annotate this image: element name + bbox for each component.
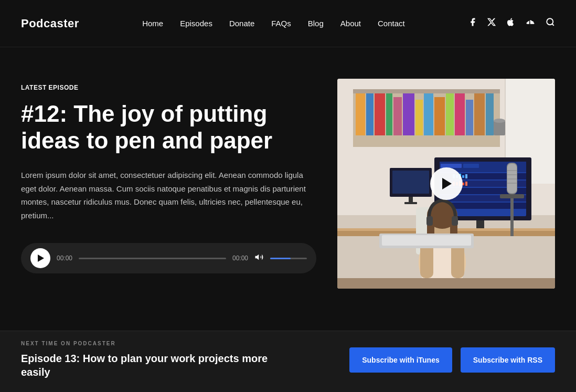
bottom-bar: NEXT TIME ON PODCASTER Episode 13: How t… <box>0 331 576 388</box>
svg-point-0 <box>547 18 553 25</box>
facebook-icon[interactable] <box>468 17 477 29</box>
twitter-x-icon[interactable] <box>487 17 496 29</box>
svg-rect-13 <box>415 100 423 135</box>
svg-rect-20 <box>486 93 494 135</box>
svg-rect-63 <box>382 235 471 246</box>
episode-image-container <box>337 79 555 289</box>
svg-rect-15 <box>434 97 445 135</box>
svg-rect-16 <box>446 93 454 135</box>
svg-rect-10 <box>386 93 392 135</box>
play-icon <box>38 255 44 262</box>
svg-rect-19 <box>474 93 485 135</box>
main-nav: Home Episodes Donate FAQs Blog About Con… <box>142 19 405 28</box>
hero-section: Latest Episode #12: The joy of putting i… <box>0 47 576 331</box>
svg-rect-42 <box>465 182 467 186</box>
episode-title: #12: The joy of putting ideas to pen and… <box>21 101 316 154</box>
svg-rect-7 <box>356 93 365 135</box>
subscribe-rss-button[interactable]: Subscribe with RSS <box>461 347 555 373</box>
episode-description: Lorem ipsum dolor sit amet, consectetuer… <box>21 168 316 222</box>
latest-episode-label: Latest Episode <box>21 84 316 91</box>
nav-about[interactable]: About <box>340 19 361 28</box>
progress-bar[interactable] <box>79 258 226 259</box>
svg-rect-65 <box>500 194 524 198</box>
volume-fill <box>270 258 291 259</box>
nav-episodes[interactable]: Episodes <box>180 19 212 28</box>
nav-blog[interactable]: Blog <box>308 19 324 28</box>
svg-rect-46 <box>392 171 429 194</box>
hero-content: Latest Episode #12: The joy of putting i… <box>21 79 316 273</box>
current-time: 00:00 <box>57 255 72 262</box>
volume-bar[interactable] <box>270 258 307 259</box>
apple-icon[interactable] <box>506 17 515 29</box>
svg-rect-27 <box>463 164 479 168</box>
header: Podcaster Home Episodes Donate FAQs Blog… <box>0 0 576 47</box>
svg-point-22 <box>494 119 505 123</box>
svg-rect-14 <box>424 93 433 135</box>
svg-rect-18 <box>466 100 473 135</box>
subscribe-buttons: Subscribe with iTunes Subscribe with RSS <box>349 347 555 373</box>
svg-rect-9 <box>375 93 385 135</box>
nav-contact[interactable]: Contact <box>378 19 405 28</box>
next-episode-label: NEXT TIME ON PODCASTER <box>21 341 349 346</box>
svg-rect-67 <box>507 164 517 193</box>
svg-rect-59 <box>452 216 458 226</box>
svg-rect-36 <box>462 175 464 178</box>
svg-rect-58 <box>426 216 433 226</box>
svg-rect-41 <box>462 183 464 185</box>
svg-rect-11 <box>393 97 402 135</box>
social-icons <box>468 17 555 29</box>
audio-player: 00:00 00:00 <box>21 243 316 273</box>
video-play-button[interactable] <box>430 167 463 200</box>
total-time: 00:00 <box>232 255 248 262</box>
soundcloud-icon[interactable] <box>525 17 536 29</box>
svg-rect-48 <box>404 202 417 204</box>
svg-rect-6 <box>353 89 500 93</box>
subscribe-itunes-button[interactable]: Subscribe with iTunes <box>349 347 452 373</box>
volume-icon[interactable] <box>254 252 264 264</box>
search-icon[interactable] <box>546 17 555 29</box>
video-play-icon <box>442 178 452 189</box>
episode-image <box>337 79 555 289</box>
next-episode: NEXT TIME ON PODCASTER Episode 13: How t… <box>21 341 349 379</box>
nav-faqs[interactable]: FAQs <box>271 19 291 28</box>
play-button[interactable] <box>30 248 50 268</box>
nav-home[interactable]: Home <box>142 19 163 28</box>
nav-donate[interactable]: Donate <box>229 19 254 28</box>
next-episode-title[interactable]: Episode 13: How to plan your work projec… <box>21 352 273 379</box>
svg-rect-73 <box>337 278 555 289</box>
svg-rect-17 <box>455 93 465 135</box>
site-logo[interactable]: Podcaster <box>21 17 79 30</box>
svg-rect-64 <box>510 194 514 236</box>
svg-rect-37 <box>465 174 467 178</box>
svg-rect-12 <box>403 93 414 135</box>
svg-rect-8 <box>366 93 374 135</box>
svg-rect-21 <box>494 121 505 135</box>
